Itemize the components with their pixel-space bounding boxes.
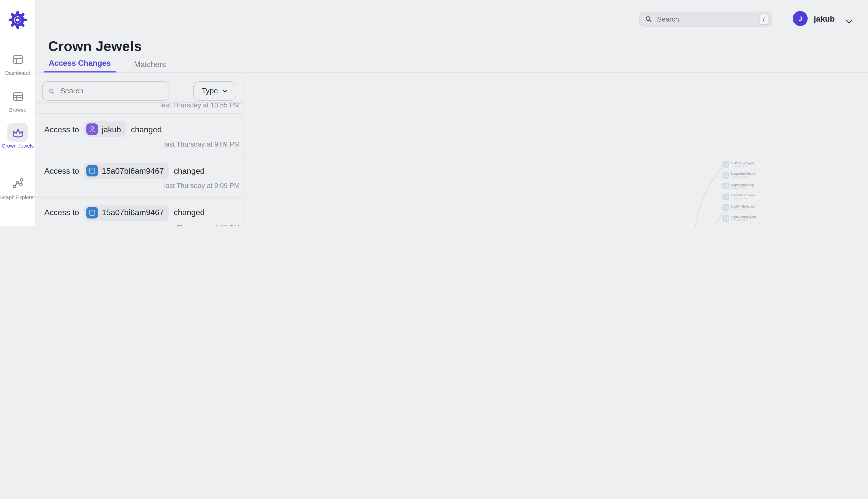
target-name: 15a07bi6am9467 xyxy=(102,208,164,217)
search-shortcut-key: / xyxy=(759,14,768,25)
sidebar-item-graph-explorer[interactable]: Graph Explorer xyxy=(0,174,35,200)
graph-node-okta-app[interactable]: 2k6sycjspmhaibOkta Application xyxy=(722,226,756,227)
node-subtitle: Okta Application xyxy=(731,208,755,210)
graph-node-okta-app[interactable]: 4qjkx0hn6degqmOkta Application xyxy=(722,215,756,221)
user-name: jakub xyxy=(814,14,835,23)
okta-application-icon xyxy=(722,161,729,168)
user-avatar[interactable]: J xyxy=(793,11,808,26)
sidebar-label: Crown Jewels xyxy=(0,143,35,149)
panel-search-input[interactable] xyxy=(59,86,163,96)
chevron-down-icon xyxy=(222,89,228,93)
sidebar-item-crown-jewels[interactable]: Crown Jewels xyxy=(0,123,35,149)
node-subtitle: Okta Application xyxy=(731,186,754,189)
node-subtitle: Okta Application xyxy=(731,175,755,178)
sidebar-item-sql-editor[interactable]: SQL Editor xyxy=(0,224,35,227)
row-prefix: Access to xyxy=(44,125,79,134)
target-chip[interactable]: jakub xyxy=(84,121,126,137)
crown-jewels-page: Dashboard Browse Crown Jewels Graph Expl… xyxy=(0,0,868,227)
row-prefix: Access to xyxy=(44,208,79,217)
target-chip[interactable]: 15a07bi6am9467 xyxy=(84,163,169,179)
partial-row[interactable]: last Thursday at 10:55 PM xyxy=(35,102,244,113)
target-name: 15a07bi6am9467 xyxy=(102,167,164,175)
okta-application-icon xyxy=(722,204,729,210)
node-title: 4qjkx0hn6degqm xyxy=(731,215,756,218)
okta-application-icon xyxy=(722,215,729,221)
okta-applications-column: 3p42d6tgq7qp8qOkta Application 5v3gz9m0e… xyxy=(722,161,756,227)
sidebar-label: Browse xyxy=(0,107,35,113)
node-subtitle: Okta Application xyxy=(731,197,755,200)
target-chip[interactable]: 15a07bi6am9467 xyxy=(84,205,169,221)
row-suffix: changed xyxy=(131,125,162,134)
node-title: 4xqvjxbp6ktpkp xyxy=(731,183,754,186)
global-search[interactable]: / xyxy=(639,12,772,27)
search-icon xyxy=(645,15,652,23)
left-nav-rail: Dashboard Browse Crown Jewels Graph Expl… xyxy=(0,0,35,227)
graph-edges xyxy=(244,73,868,227)
node-subtitle: Okta Application xyxy=(731,165,755,168)
type-filter-label: Type xyxy=(202,87,218,95)
type-filter-dropdown[interactable]: Type xyxy=(193,81,236,101)
user-menu-chevron-down-icon[interactable] xyxy=(846,16,853,26)
row-timestamp: last Thursday at 10:55 PM xyxy=(160,102,240,109)
tab-matchers[interactable]: Matchers xyxy=(129,55,171,72)
graph-node-okta-app[interactable]: 2me3e01stnwikeOkta Application xyxy=(722,193,756,200)
node-title: 2k6sycjspmhaib xyxy=(731,226,755,227)
access-change-row[interactable]: Access to 15a07bi6am9467 changed xyxy=(35,155,244,197)
okta-application-icon xyxy=(722,226,729,227)
sql-editor-icon xyxy=(7,224,28,227)
crown-icon xyxy=(7,123,28,142)
node-title: 5ok8f4i9b41qmc xyxy=(731,204,755,208)
target-name: jakub xyxy=(102,125,121,134)
okta-application-icon xyxy=(722,172,729,178)
browse-icon xyxy=(7,87,28,106)
node-title: 3p42d6tgq7qp8q xyxy=(731,161,755,165)
application-icon xyxy=(86,165,98,177)
access-change-row[interactable]: Access to 15a07bi6am9467 changed xyxy=(35,197,244,227)
graph-explorer-icon xyxy=(7,174,28,193)
dashboard-icon xyxy=(7,50,28,69)
access-change-list: last Thursday at 10:55 PM Access to jaku… xyxy=(35,102,244,227)
sidebar-item-dashboard[interactable]: Dashboard xyxy=(0,50,35,76)
row-suffix: changed xyxy=(174,167,205,175)
global-search-input[interactable] xyxy=(656,14,759,23)
access-graph-canvas[interactable]: OWNER-OF CAN REQUEST SAME AS SAME AS jak… xyxy=(244,73,868,227)
access-changes-panel: Type last Thursday at 10:55 PM Access to xyxy=(35,73,244,227)
page-title: Crown Jewels xyxy=(48,38,142,54)
tab-access-changes[interactable]: Access Changes xyxy=(44,55,116,72)
application-icon xyxy=(86,207,98,218)
graph-node-okta-app[interactable]: 5ok8f4i9b41qmcOkta Application xyxy=(722,204,756,210)
row-text: Access to 15a07bi6am9467 changed xyxy=(44,163,204,179)
search-icon xyxy=(48,88,55,94)
tabs-bar: Access Changes Matchers xyxy=(35,55,868,72)
row-text: Access to jakub changed xyxy=(44,121,162,137)
sidebar-label: Graph Explorer xyxy=(0,195,35,201)
sidebar-item-browse[interactable]: Browse xyxy=(0,87,35,113)
panel-search[interactable] xyxy=(42,81,170,101)
node-title: 5v3gz9m0e9tzo4 xyxy=(731,172,755,175)
row-timestamp: last Thursday at 9:09 PM xyxy=(164,224,240,227)
graph-node-okta-app[interactable]: 3p42d6tgq7qp8qOkta Application xyxy=(722,161,756,168)
row-suffix: changed xyxy=(174,208,205,217)
user-icon xyxy=(86,123,98,135)
okta-application-icon xyxy=(722,193,729,200)
okta-application-icon xyxy=(722,182,729,189)
row-text: Access to 15a07bi6am9467 changed xyxy=(44,205,204,221)
row-timestamp: last Thursday at 9:09 PM xyxy=(164,141,240,148)
node-subtitle: Okta Application xyxy=(731,219,756,221)
row-prefix: Access to xyxy=(44,167,79,175)
access-change-row[interactable]: Access to jakub changed last Thur xyxy=(35,113,244,155)
row-timestamp: last Thursday at 9:09 PM xyxy=(164,182,240,190)
app-logo-gear-icon[interactable] xyxy=(8,10,28,30)
graph-node-okta-app[interactable]: 4xqvjxbp6ktpkpOkta Application xyxy=(722,182,756,189)
sidebar-label: Dashboard xyxy=(0,70,35,76)
graph-node-okta-app[interactable]: 5v3gz9m0e9tzo4Okta Application xyxy=(722,172,756,178)
node-title: 2me3e01stnwike xyxy=(731,194,755,197)
